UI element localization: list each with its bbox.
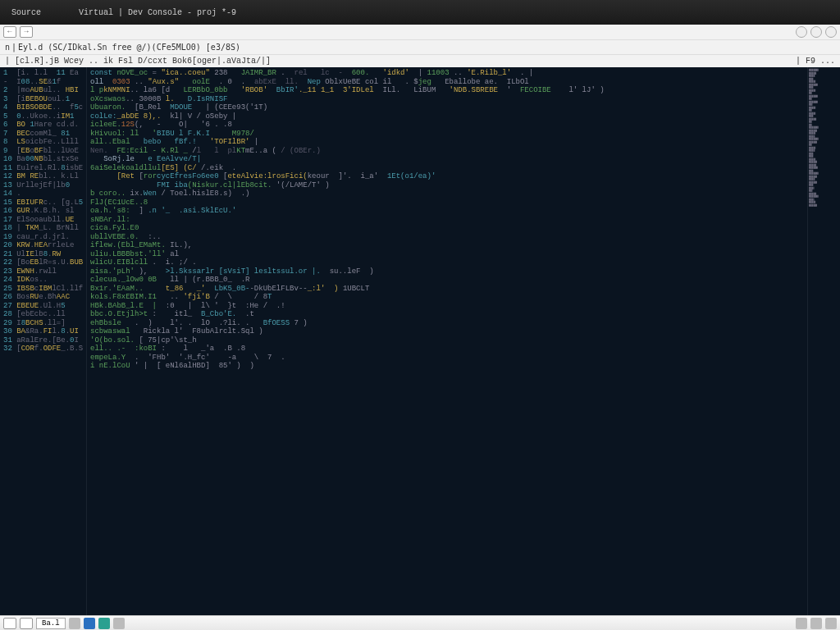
path-segment-1: Eyl.d (SC/IDkal.Sn free @/)(CFe5MLO0) [e… — [18, 43, 240, 52]
tray-icon-2[interactable] — [84, 618, 95, 629]
back-button[interactable]: ← — [3, 26, 16, 38]
quicklaunch-1[interactable] — [20, 618, 33, 629]
forward-button[interactable]: → — [20, 26, 33, 38]
menu-right[interactable]: | F9 ... — [796, 57, 835, 66]
task-button-1[interactable]: Ba.l — [36, 618, 66, 629]
systray-icon-3[interactable] — [825, 618, 837, 629]
systray-icon-2[interactable] — [810, 618, 822, 629]
browser-toolbar: ← → — [0, 25, 840, 39]
menu-bar: | [cl.R].jB Wcey .. ik Fsl D/ccxt Bok6[o… — [0, 54, 840, 67]
menu-left[interactable]: | [cl.R].jB Wcey .. ik Fsl D/ccxt Bok6[o… — [5, 57, 271, 66]
minimize-button[interactable] — [796, 26, 807, 38]
address-bar[interactable]: n | Eyl.d (SC/IDkal.Sn free @/)(CFe5MLO0… — [0, 39, 840, 54]
tray-icon-3[interactable] — [98, 618, 110, 629]
os-taskbar: Ba.l — [0, 615, 840, 630]
window-titlebar: Source Virtual | Dev Console - proj *-9 — [0, 0, 840, 25]
systray-icon-1[interactable] — [796, 618, 807, 629]
settings-gear-icon[interactable] — [810, 26, 822, 38]
tray-icon-1[interactable] — [69, 618, 80, 629]
path-segment-0: n — [5, 43, 10, 52]
line-gutter: 1 [i. l.l 11 Ea- I08..SE&1f2 |moAUBul.. … — [0, 67, 86, 615]
close-button[interactable] — [825, 26, 837, 38]
minimap[interactable]: ██████▌████████████████▌█████████████▌██… — [807, 67, 840, 615]
start-button[interactable] — [3, 618, 16, 629]
title-tab-1[interactable]: Source — [5, 7, 48, 19]
tray-magnify-icon[interactable] — [113, 618, 125, 629]
code-editor[interactable]: const nOVE_oc = "ica..coeu" 238 JAIMR_BR… — [86, 67, 807, 615]
editor-area: 1 [i. l.l 11 Ea- I08..SE&1f2 |moAUBul.. … — [0, 67, 840, 615]
title-tab-2[interactable]: Virtual | Dev Console - proj *-9 — [72, 7, 243, 19]
